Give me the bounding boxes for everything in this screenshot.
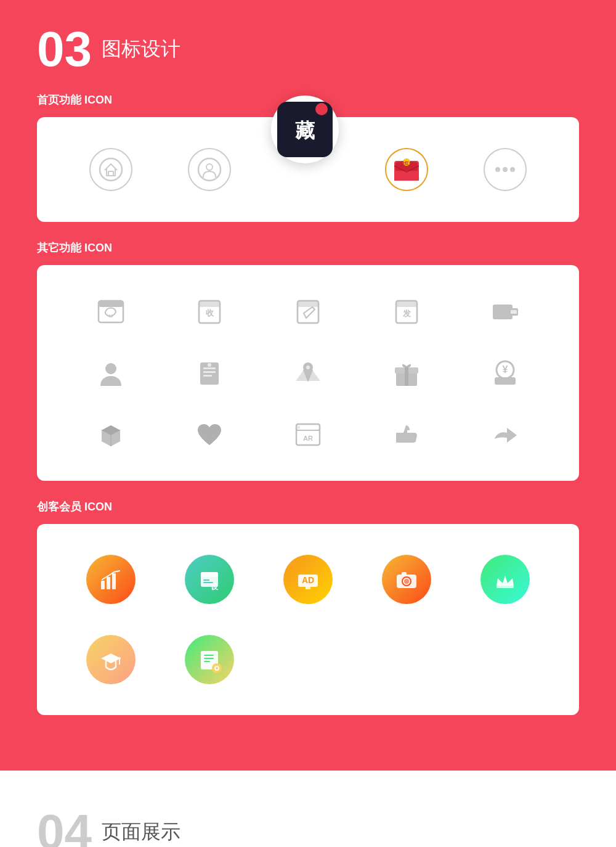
svg-text:≡: ≡ — [298, 425, 301, 430]
svg-rect-25 — [511, 310, 517, 314]
user-icon-cell — [160, 136, 259, 203]
heart-icon — [194, 419, 225, 450]
red-envelope-icon: 抢红包 — [385, 148, 428, 191]
svg-point-3 — [100, 158, 122, 181]
wallet-icon-cell: ¥ — [456, 345, 554, 401]
svg-rect-21 — [396, 301, 417, 307]
svg-rect-59 — [402, 572, 407, 576]
photo-icon — [382, 555, 431, 604]
discovery-icon-cell: ω — [62, 284, 160, 339]
svg-rect-4 — [108, 171, 113, 176]
settings-icon-cell — [456, 284, 554, 339]
settings-icon — [490, 296, 521, 327]
section-03: 03 图标设计 首页功能 ICON 藏 — [0, 0, 616, 771]
svg-point-58 — [404, 579, 409, 584]
member-row-2 — [62, 623, 554, 697]
cang-icon-svg: 藏 — [277, 102, 333, 157]
member-icon-panel: 设 AD — [37, 524, 579, 715]
analytics-icon-cell — [62, 542, 160, 616]
crown-icon-cell — [456, 542, 554, 616]
svg-point-31 — [208, 363, 211, 367]
svg-text:收: 收 — [206, 308, 214, 317]
home-icon-cell — [62, 136, 160, 203]
like-icon-cell — [357, 407, 456, 462]
section-03-number: 03 — [37, 25, 92, 74]
svg-point-6 — [206, 164, 213, 170]
section-04: 04 页面展示 — [0, 771, 616, 847]
photo-icon-cell — [357, 542, 456, 616]
doc-settings-icon — [185, 635, 234, 684]
svg-rect-45 — [101, 581, 105, 589]
svg-rect-28 — [203, 367, 216, 369]
svg-rect-50 — [203, 579, 209, 581]
svg-text:ω: ω — [108, 313, 113, 319]
svg-rect-47 — [112, 573, 116, 589]
gift-icon — [391, 358, 422, 388]
svg-text:发: 发 — [402, 309, 411, 318]
gift-icon-cell — [357, 345, 456, 401]
svg-rect-29 — [203, 371, 216, 373]
dot3 — [510, 167, 515, 172]
discovery-icon: ω — [95, 296, 126, 327]
svg-rect-16 — [199, 301, 220, 307]
crown-icon — [480, 555, 530, 604]
other-row-2: ¥ — [62, 345, 554, 401]
dot2 — [503, 167, 508, 172]
svg-rect-65 — [204, 658, 214, 659]
svg-rect-13 — [99, 301, 123, 307]
box-icon-cell — [62, 407, 160, 462]
svg-rect-64 — [204, 655, 214, 656]
dot1 — [495, 167, 500, 172]
more-icon — [484, 148, 527, 191]
more-icon-cell — [456, 136, 554, 203]
config-icon: 设 — [185, 555, 234, 604]
profile-icon — [95, 358, 126, 388]
svg-text:¥: ¥ — [503, 364, 508, 375]
svg-point-61 — [118, 657, 121, 660]
svg-point-26 — [105, 363, 116, 374]
hero-icon: 藏 — [271, 96, 339, 163]
svg-text:藏: 藏 — [295, 120, 315, 142]
ar-icon-cell: AR ≡ — [259, 407, 357, 462]
svg-rect-60 — [496, 586, 514, 588]
svg-rect-49 — [201, 572, 218, 577]
subsection3-label: 创客会员 ICON — [37, 499, 579, 514]
user-icon — [188, 148, 231, 191]
section-03-title: 图标设计 — [102, 36, 180, 63]
share-icon-cell — [456, 407, 554, 462]
graduation-icon-cell — [62, 623, 160, 697]
receive-icon-cell: 收 — [160, 284, 259, 339]
location-icon — [293, 358, 323, 388]
section-03-header: 03 图标设计 — [37, 25, 579, 74]
notes-icon-cell — [160, 345, 259, 401]
section-04-header: 04 页面展示 — [37, 808, 579, 847]
receive-icon: 收 — [194, 296, 225, 327]
doc-settings-icon-cell — [160, 623, 259, 697]
svg-rect-36 — [405, 366, 408, 386]
wallet-icon: ¥ — [490, 358, 521, 388]
home-icon — [89, 148, 132, 191]
graduation-icon — [86, 635, 136, 684]
notes-icon — [194, 358, 225, 388]
svg-text:AR: AR — [303, 435, 313, 442]
share-icon — [490, 419, 521, 450]
profile-icon-cell — [62, 345, 160, 401]
member-row-1: 设 AD — [62, 542, 554, 616]
other-row-3: AR ≡ — [62, 407, 554, 462]
other-icon-panel: ω 收 — [37, 265, 579, 481]
ad-icon-cell: AD — [259, 542, 357, 616]
svg-text:设: 设 — [211, 583, 219, 591]
svg-rect-19 — [298, 301, 318, 307]
section-04-title: 页面展示 — [102, 819, 180, 846]
svg-point-33 — [306, 366, 310, 369]
svg-point-2 — [315, 103, 328, 115]
red-envelope-cell: 抢红包 — [357, 136, 456, 203]
other-row-1: ω 收 — [62, 284, 554, 339]
heart-icon-cell — [160, 407, 259, 462]
config-icon-cell: 设 — [160, 542, 259, 616]
edit-icon-cell — [259, 284, 357, 339]
svg-rect-46 — [107, 577, 110, 589]
ad-icon: AD — [283, 555, 333, 604]
like-icon — [391, 419, 422, 450]
send-icon: 发 — [391, 296, 422, 327]
